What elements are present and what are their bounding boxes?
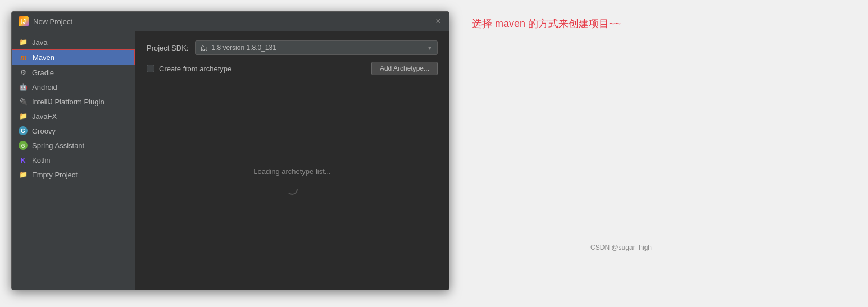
spring-icon: ⊙ (19, 141, 28, 150)
loading-spinner (285, 182, 299, 196)
project-type-sidebar: 📁 Java m Maven ⚙ Gradle 🤖 Android 🔌 (12, 31, 135, 290)
loading-area: Loading archetype list... (147, 82, 438, 281)
app-icon: IJ (19, 16, 29, 26)
page-container: IJ New Project × 📁 Java m Maven ⚙ (11, 11, 652, 290)
groovy-icon: G (19, 126, 28, 135)
sidebar-item-javafx[interactable]: 📁 JavaFX (12, 109, 135, 123)
sidebar-item-label: Gradle (32, 68, 54, 77)
sidebar-item-label: Kotlin (32, 156, 51, 164)
sidebar-item-intellij[interactable]: 🔌 IntelliJ Platform Plugin (12, 94, 135, 109)
sdk-version-text: 1.8 version 1.8.0_131 (211, 44, 276, 52)
title-bar-left: IJ New Project (19, 16, 72, 26)
kotlin-icon: K (19, 155, 28, 164)
new-project-dialog: IJ New Project × 📁 Java m Maven ⚙ (11, 11, 449, 290)
archetype-checkbox-label[interactable]: Create from archetype (147, 65, 231, 73)
archetype-row: Create from archetype Add Archetype... (147, 62, 438, 75)
archetype-checkbox[interactable] (147, 65, 154, 72)
add-archetype-button[interactable]: Add Archetype... (371, 62, 438, 75)
sidebar-item-label: Java (32, 38, 47, 47)
sdk-dropdown-value: 🗂 1.8 version 1.8.0_131 (200, 43, 276, 52)
sidebar-item-label: JavaFX (32, 112, 57, 121)
sidebar-item-groovy[interactable]: G Groovy (12, 123, 135, 138)
gradle-icon: ⚙ (19, 68, 28, 77)
sidebar-item-label: Groovy (32, 127, 56, 135)
annotation-area: 选择 maven 的方式来创建项目~~ CSDN @sugar_high (472, 11, 652, 251)
title-bar: IJ New Project × (12, 12, 449, 31)
create-from-archetype-label: Create from archetype (159, 65, 231, 73)
dropdown-arrow-icon: ▼ (427, 45, 433, 51)
sidebar-item-maven[interactable]: m Maven (12, 49, 135, 65)
sidebar-item-label: Spring Assistant (32, 141, 84, 150)
sidebar-item-spring[interactable]: ⊙ Spring Assistant (12, 138, 135, 153)
java-icon: 📁 (19, 38, 28, 47)
close-button[interactable]: × (434, 17, 442, 25)
loading-text: Loading archetype list... (253, 167, 330, 176)
sidebar-item-label: IntelliJ Platform Plugin (32, 98, 104, 106)
empty-icon: 📁 (19, 170, 28, 179)
main-panel: Project SDK: 🗂 1.8 version 1.8.0_131 ▼ C… (135, 31, 449, 290)
svg-point-0 (287, 184, 297, 194)
sidebar-item-label: Maven (33, 53, 54, 62)
dialog-title: New Project (33, 17, 72, 26)
dialog-body: 📁 Java m Maven ⚙ Gradle 🤖 Android 🔌 (12, 31, 449, 290)
intellij-icon: 🔌 (19, 97, 28, 106)
android-icon: 🤖 (19, 83, 28, 91)
sidebar-item-empty[interactable]: 📁 Empty Project (12, 167, 135, 182)
sidebar-item-java[interactable]: 📁 Java (12, 35, 135, 49)
sdk-dropdown[interactable]: 🗂 1.8 version 1.8.0_131 ▼ (195, 40, 438, 55)
sdk-label: Project SDK: (147, 44, 188, 52)
sidebar-item-label: Empty Project (32, 171, 78, 179)
javafx-icon: 📁 (19, 112, 28, 121)
sidebar-item-kotlin[interactable]: K Kotlin (12, 153, 135, 167)
sdk-folder-icon: 🗂 (200, 43, 208, 52)
sdk-row: Project SDK: 🗂 1.8 version 1.8.0_131 ▼ (147, 40, 438, 55)
sidebar-item-android[interactable]: 🤖 Android (12, 80, 135, 94)
sidebar-item-label: Android (32, 83, 57, 91)
watermark: CSDN @sugar_high (590, 244, 652, 251)
sidebar-item-gradle[interactable]: ⚙ Gradle (12, 65, 135, 80)
annotation-text: 选择 maven 的方式来创建项目~~ (472, 17, 621, 30)
maven-icon: m (19, 53, 28, 62)
